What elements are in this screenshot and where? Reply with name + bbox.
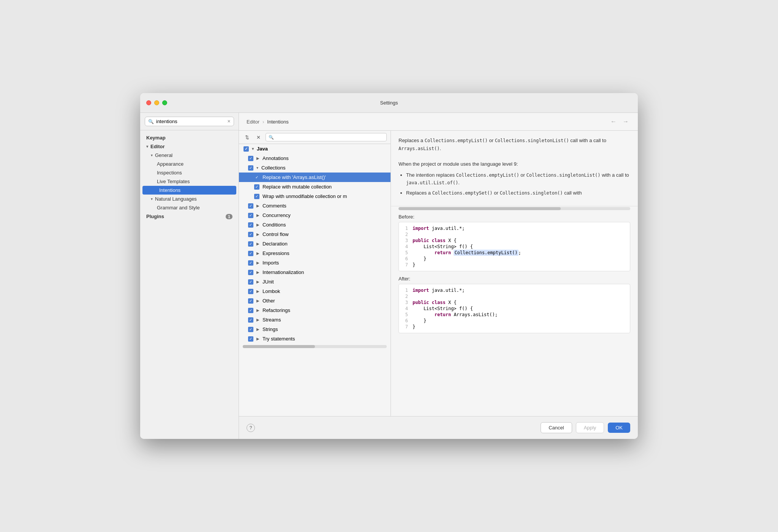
annotations-checkbox[interactable]: ✓ — [248, 156, 253, 161]
item-collections[interactable]: ✓ ▾ Collections — [239, 163, 391, 173]
item-junit[interactable]: ✓ ▶ JUnit — [239, 277, 391, 287]
sidebar-item-keymap[interactable]: Keymap — [140, 133, 239, 142]
back-arrow[interactable]: ← — [609, 117, 618, 126]
item-internationalization[interactable]: ✓ ▶ Internationalization — [239, 268, 391, 277]
replace-mutable-checkbox[interactable]: ✓ — [254, 184, 259, 190]
sidebar-item-grammar-style[interactable]: Grammar and Style — [140, 203, 239, 212]
wrap-unmodifiable-checkbox[interactable]: ✓ — [254, 194, 259, 199]
desc-scrollbar[interactable] — [398, 207, 630, 210]
sidebar-item-inspections[interactable]: Inspections — [140, 168, 239, 177]
java-checkbox[interactable]: ✓ — [244, 146, 249, 152]
comments-checkbox[interactable]: ✓ — [248, 203, 253, 209]
plugins-label: Plugins — [146, 214, 164, 219]
sidebar: 🔍 ✕ Keymap ▾ Editor ▾ General Ap — [140, 113, 239, 439]
item-refactorings[interactable]: ✓ ▶ Refactorings — [239, 306, 391, 315]
before-code: 1 import java.util.*; 2 3 public class X — [399, 222, 630, 271]
lombok-checkbox[interactable]: ✓ — [248, 289, 253, 294]
cancel-button[interactable]: Cancel — [541, 422, 572, 433]
lombok-chevron: ▶ — [256, 289, 259, 293]
intentions-panel: ⇅ ✕ 🔍 ✓ ▾ Java — [239, 131, 391, 416]
filter-search[interactable]: 🔍 — [266, 133, 387, 141]
conditions-chevron: ▶ — [256, 223, 259, 227]
filter-input[interactable] — [276, 135, 384, 140]
item-annotations[interactable]: ✓ ▶ Annotations — [239, 154, 391, 163]
search-wrapper[interactable]: 🔍 ✕ — [145, 117, 234, 126]
item-control-flow[interactable]: ✓ ▶ Control flow — [239, 230, 391, 239]
item-concurrency[interactable]: ✓ ▶ Concurrency — [239, 211, 391, 220]
traffic-lights — [146, 100, 167, 105]
item-wrap-unmodifiable[interactable]: ✓ Wrap with unmodifiable collection or m — [239, 192, 391, 201]
natural-languages-chevron: ▾ — [151, 197, 153, 201]
filter-search-icon: 🔍 — [269, 135, 274, 140]
ok-button[interactable]: OK — [608, 423, 630, 433]
sidebar-item-appearance[interactable]: Appearance — [140, 160, 239, 168]
maximize-button[interactable] — [162, 100, 167, 105]
sidebar-item-plugins[interactable]: Plugins 1 — [140, 212, 239, 221]
junit-checkbox[interactable]: ✓ — [248, 279, 253, 285]
item-lombok[interactable]: ✓ ▶ Lombok — [239, 287, 391, 296]
item-declaration[interactable]: ✓ ▶ Declaration — [239, 239, 391, 249]
conditions-checkbox[interactable]: ✓ — [248, 222, 253, 228]
item-conditions[interactable]: ✓ ▶ Conditions — [239, 220, 391, 230]
search-clear-icon[interactable]: ✕ — [227, 119, 231, 124]
before-line-1: 1 import java.util.*; — [399, 225, 630, 231]
after-line-4: 4 List<String> f() { — [399, 306, 630, 312]
replace-arrays-checkbox[interactable]: ✓ — [254, 175, 259, 180]
sidebar-item-editor[interactable]: ▾ Editor — [140, 142, 239, 151]
intentions-list: ✓ ▾ Java ✓ ▶ Annotations ✓ — [239, 144, 391, 416]
streams-checkbox[interactable]: ✓ — [248, 317, 253, 323]
item-imports[interactable]: ✓ ▶ Imports — [239, 258, 391, 268]
description-text: Replaces a Collections.emptyList() or Co… — [391, 131, 638, 206]
item-replace-mutable[interactable]: ✓ Replace with mutable collection — [239, 182, 391, 192]
item-streams[interactable]: ✓ ▶ Streams — [239, 315, 391, 325]
main-content: 🔍 ✕ Keymap ▾ Editor ▾ General Ap — [140, 113, 638, 439]
minimize-button[interactable] — [154, 100, 159, 105]
sidebar-item-intentions[interactable]: Intentions — [142, 186, 236, 195]
sidebar-item-natural-languages[interactable]: ▾ Natural Languages — [140, 195, 239, 203]
horizontal-scrollbar[interactable] — [243, 345, 387, 348]
after-line-2: 2 — [399, 293, 630, 299]
editor-chevron-down: ▾ — [146, 144, 148, 149]
item-other[interactable]: ✓ ▶ Other — [239, 296, 391, 306]
scrollbar-thumb[interactable] — [243, 345, 315, 348]
item-try-statements[interactable]: ✓ ▶ Try statements — [239, 334, 391, 344]
refactorings-checkbox[interactable]: ✓ — [248, 308, 253, 313]
close-button[interactable] — [146, 100, 151, 105]
try-statements-checkbox[interactable]: ✓ — [248, 336, 253, 342]
item-strings[interactable]: ✓ ▶ Strings — [239, 325, 391, 334]
junit-chevron: ▶ — [256, 280, 259, 284]
before-line-6: 6 } — [399, 256, 630, 262]
sidebar-item-general[interactable]: ▾ General — [140, 151, 239, 160]
natural-languages-label: Natural Languages — [155, 196, 197, 202]
search-input[interactable] — [156, 119, 225, 124]
internationalization-checkbox[interactable]: ✓ — [248, 270, 253, 275]
expressions-checkbox[interactable]: ✓ — [248, 251, 253, 256]
right-panel: Editor › Intentions ← → ⇅ ✕ 🔍 — [239, 113, 638, 439]
annotations-chevron: ▶ — [256, 156, 259, 160]
code-collections-singleton: Collections.singletonList() — [495, 138, 569, 143]
declaration-checkbox[interactable]: ✓ — [248, 241, 253, 247]
control-flow-checkbox[interactable]: ✓ — [248, 232, 253, 237]
other-chevron: ▶ — [256, 299, 259, 303]
forward-arrow[interactable]: → — [621, 117, 630, 126]
group-java[interactable]: ✓ ▾ Java — [239, 144, 391, 154]
strings-checkbox[interactable]: ✓ — [248, 327, 253, 332]
concurrency-checkbox[interactable]: ✓ — [248, 213, 253, 218]
collections-checkbox[interactable]: ✓ — [248, 165, 253, 171]
sidebar-item-live-templates[interactable]: Live Templates — [140, 177, 239, 186]
replace-mutable-label: Replace with mutable collection — [262, 184, 332, 190]
imports-checkbox[interactable]: ✓ — [248, 260, 253, 266]
before-line-7: 7 } — [399, 262, 630, 268]
expand-button[interactable]: ⇅ — [243, 133, 251, 141]
collapse-button[interactable]: ✕ — [254, 133, 262, 141]
other-checkbox[interactable]: ✓ — [248, 298, 253, 304]
bullet-1: The intention replaces Collections.empty… — [406, 171, 630, 186]
item-comments[interactable]: ✓ ▶ Comments — [239, 201, 391, 211]
breadcrumb-current: Intentions — [267, 119, 288, 125]
help-button[interactable]: ? — [247, 424, 255, 432]
imports-chevron: ▶ — [256, 261, 259, 265]
item-expressions[interactable]: ✓ ▶ Expressions — [239, 249, 391, 258]
intentions-toolbar: ⇅ ✕ 🔍 — [239, 131, 391, 144]
apply-button[interactable]: Apply — [576, 422, 604, 433]
item-replace-arrays[interactable]: ✓ Replace with 'Arrays.asList()' — [239, 173, 391, 182]
